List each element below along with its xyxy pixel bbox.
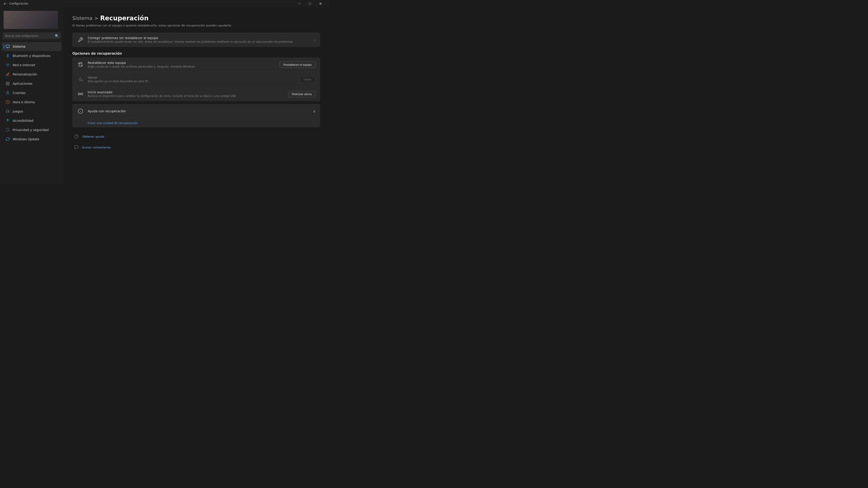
volver-item: Volver Esta opción ya no está disponible… xyxy=(72,72,320,87)
sidebar-item-label-update: Windows Update xyxy=(13,137,39,141)
avanzado-icon xyxy=(77,90,84,98)
accesibilidad-icon xyxy=(5,119,10,123)
feedback-link-label: Enviar comentarios xyxy=(82,146,111,149)
help-icon xyxy=(77,107,84,115)
window-controls: – □ ✕ xyxy=(294,0,326,7)
sidebar-item-cuentas[interactable]: Cuentas xyxy=(2,88,61,97)
avanzado-action[interactable]: Reiniciar ahora xyxy=(288,91,315,97)
title-bar-left: ← Configuración xyxy=(4,2,28,6)
page-subtitle: Si tienes problemas con el equipo o quie… xyxy=(72,24,320,27)
help-chevron-up-icon: ∧ xyxy=(313,109,315,113)
privacidad-icon xyxy=(5,128,10,132)
sidebar-item-personalizacion[interactable]: Personalización xyxy=(2,70,61,79)
sidebar-item-sistema[interactable]: Sistema xyxy=(2,42,61,51)
bluetooth-icon xyxy=(5,54,10,58)
sidebar-item-label-personalizacion: Personalización xyxy=(13,72,37,76)
volver-text: Volver Esta opción ya no está disponible… xyxy=(88,76,296,83)
svg-rect-2 xyxy=(6,82,7,83)
svg-point-14 xyxy=(80,93,81,95)
sidebar: 🔍 Sistema Bluetooth y dispositivos Red e… xyxy=(0,7,63,184)
breadcrumb-parent: Sistema xyxy=(72,15,92,21)
search-icon-button[interactable]: 🔍 xyxy=(55,34,59,38)
fix-action: › xyxy=(312,38,315,42)
cuentas-icon xyxy=(5,91,10,95)
minimize-button[interactable]: – xyxy=(294,0,305,7)
sistema-icon xyxy=(5,44,10,49)
breadcrumb-separator: > xyxy=(94,15,98,21)
main-content: Sistema > Recuperación Si tienes problem… xyxy=(63,7,329,184)
fix-desc: El restablecimiento puede tardar un rato… xyxy=(88,40,309,43)
nav-list: Sistema Bluetooth y dispositivos Red e I… xyxy=(0,42,63,144)
hora-icon xyxy=(5,100,10,104)
help-link[interactable]: Obtener ayuda xyxy=(72,131,320,142)
maximize-button[interactable]: □ xyxy=(305,0,315,7)
svg-point-10 xyxy=(8,111,8,111)
sidebar-item-aplicaciones[interactable]: Aplicaciones xyxy=(2,79,61,88)
svg-point-12 xyxy=(7,119,8,120)
volver-button: Volver xyxy=(300,76,315,83)
sidebar-item-hora[interactable]: Hora e idioma xyxy=(2,98,61,107)
reset-button[interactable]: Restablecer el equipo xyxy=(279,61,315,68)
recovery-options-title: Opciones de recuperación xyxy=(72,52,320,56)
avanzado-desc: Reinicia el dispositivo para cambiar la … xyxy=(88,94,285,98)
sidebar-item-label-hora: Hora e idioma xyxy=(13,100,35,104)
bottom-links: Obtener ayuda Enviar comentarios xyxy=(72,131,320,153)
sidebar-item-red[interactable]: Red e Internet xyxy=(2,61,61,70)
reset-desc: Elige conservar o quitar tus archivos pe… xyxy=(88,65,276,68)
svg-point-11 xyxy=(8,111,9,112)
reset-title: Restablecer este equipo xyxy=(88,61,276,65)
aplicaciones-icon xyxy=(5,81,10,86)
reset-item: Restablecer este equipo Elige conservar … xyxy=(72,57,320,72)
avanzado-text: Inicio avanzado Reinicia el dispositivo … xyxy=(88,90,285,98)
volver-action: Volver xyxy=(300,76,315,83)
recovery-options-card: Restablecer este equipo Elige conservar … xyxy=(72,57,320,101)
svg-point-16 xyxy=(74,135,79,138)
sidebar-item-label-aplicaciones: Aplicaciones xyxy=(13,82,32,86)
close-button[interactable]: ✕ xyxy=(315,0,326,7)
help-link-icon xyxy=(73,133,80,140)
sidebar-item-label-juegos: Juegos xyxy=(13,109,23,113)
reiniciar-button[interactable]: Reiniciar ahora xyxy=(288,91,315,97)
help-card: Ayuda con recuperación ∧ Crear una unida… xyxy=(72,104,320,127)
fix-item[interactable]: Corregir problemas sin restablecer el eq… xyxy=(72,33,320,47)
search-input[interactable] xyxy=(3,33,61,39)
window-title: Configuración xyxy=(9,2,28,5)
volver-desc: Esta opción ya no está disponible en est… xyxy=(88,80,296,83)
juegos-icon xyxy=(5,109,10,113)
svg-rect-5 xyxy=(6,84,7,85)
feedback-link-icon xyxy=(73,144,80,151)
fix-card: Corregir problemas sin restablecer el eq… xyxy=(72,33,320,47)
sidebar-item-accesibilidad[interactable]: Accesibilidad xyxy=(2,116,61,125)
recovery-link[interactable]: Crear una unidad de recuperación xyxy=(72,119,320,127)
red-icon xyxy=(5,63,10,67)
back-icon[interactable]: ← xyxy=(4,2,6,6)
reset-action[interactable]: Restablecer el equipo xyxy=(279,61,315,68)
help-link-label: Obtener ayuda xyxy=(82,135,104,138)
help-section-header[interactable]: Ayuda con recuperación ∧ xyxy=(72,104,320,119)
sidebar-item-label-privacidad: Privacidad y seguridad xyxy=(13,128,49,132)
avanzado-item: Inicio avanzado Reinicia el dispositivo … xyxy=(72,87,320,101)
sidebar-item-label-red: Red e Internet xyxy=(13,63,35,67)
breadcrumb-current: Recuperación xyxy=(100,14,149,22)
volver-title: Volver xyxy=(88,76,296,79)
fix-text: Corregir problemas sin restablecer el eq… xyxy=(88,36,309,43)
svg-rect-0 xyxy=(6,45,9,47)
svg-point-6 xyxy=(7,91,8,93)
volver-icon xyxy=(77,76,84,83)
feedback-link[interactable]: Enviar comentarios xyxy=(72,142,320,153)
sidebar-item-update[interactable]: Windows Update xyxy=(2,135,61,144)
reset-text: Restablecer este equipo Elige conservar … xyxy=(88,61,276,68)
fix-chevron-right-icon: › xyxy=(314,38,315,42)
update-icon xyxy=(5,137,10,141)
sidebar-item-privacidad[interactable]: Privacidad y seguridad xyxy=(2,125,61,134)
svg-rect-4 xyxy=(8,84,9,85)
personalizacion-icon xyxy=(5,72,10,76)
sidebar-item-bluetooth[interactable]: Bluetooth y dispositivos xyxy=(2,51,61,60)
fix-title: Corregir problemas sin restablecer el eq… xyxy=(88,36,309,40)
sidebar-item-juegos[interactable]: Juegos xyxy=(2,107,61,116)
help-section-title: Ayuda con recuperación xyxy=(88,109,309,113)
title-bar: ← Configuración – □ ✕ xyxy=(0,0,329,7)
svg-point-1 xyxy=(7,66,8,67)
app-body: 🔍 Sistema Bluetooth y dispositivos Red e… xyxy=(0,7,329,184)
fix-icon xyxy=(77,36,84,43)
